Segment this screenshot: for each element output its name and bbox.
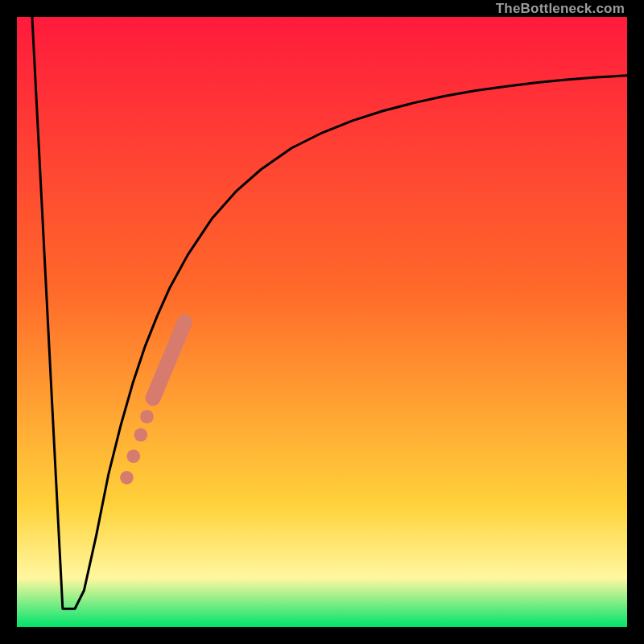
chart-svg xyxy=(17,17,627,627)
plot-area xyxy=(17,17,627,627)
frame-right xyxy=(627,0,644,644)
gradient-background xyxy=(17,17,627,627)
highlight-dot-1 xyxy=(126,449,140,463)
highlight-dot-2 xyxy=(134,428,148,442)
highlight-dot-3 xyxy=(140,410,154,423)
frame-bottom xyxy=(0,627,644,644)
watermark-text: TheBottleneck.com xyxy=(496,0,625,17)
frame-left xyxy=(0,0,17,644)
chart-container: TheBottleneck.com xyxy=(0,0,644,644)
highlight-dot-0 xyxy=(120,471,134,485)
